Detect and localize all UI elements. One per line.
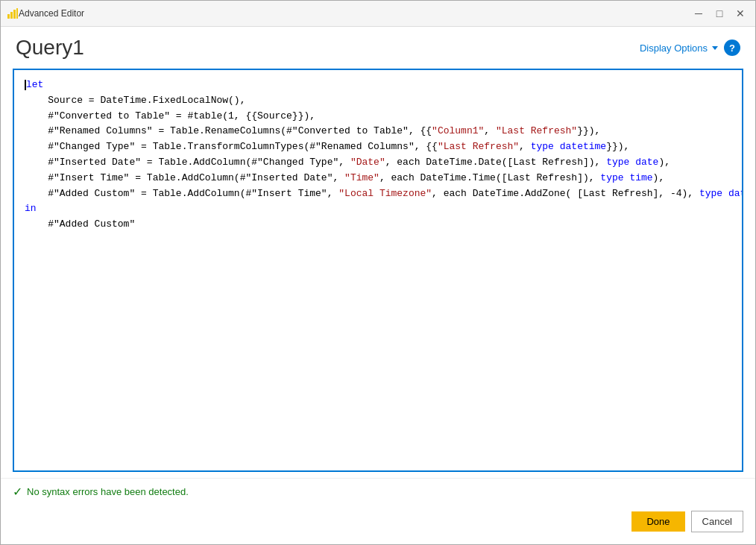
maximize-button[interactable]: □ <box>711 6 728 21</box>
advanced-editor-window: Advanced Editor ─ □ ✕ Query1 Display Opt… <box>0 0 756 545</box>
display-options-button[interactable]: Display Options <box>640 42 718 54</box>
status-icon: ✓ <box>13 485 22 499</box>
title-bar-text: Advanced Editor <box>19 8 690 19</box>
dialog-footer: Done Cancel <box>1 505 755 544</box>
svg-rect-2 <box>13 10 16 19</box>
close-button[interactable]: ✕ <box>731 6 749 21</box>
app-icon <box>7 7 19 19</box>
done-button[interactable]: Done <box>631 511 684 532</box>
status-message: No syntax errors have been detected. <box>27 486 189 497</box>
editor-container: let Source = DateTime.FixedLocalNow(), #… <box>13 69 743 472</box>
minimize-button[interactable]: ─ <box>690 6 708 21</box>
svg-rect-0 <box>7 14 10 19</box>
dialog-header: Query1 Display Options ? <box>1 27 755 66</box>
cancel-button[interactable]: Cancel <box>691 511 743 532</box>
code-editor[interactable]: let Source = DateTime.FixedLocalNow(), #… <box>14 70 742 470</box>
status-bar: ✓ No syntax errors have been detected. <box>1 478 755 505</box>
query-name-title: Query1 <box>16 36 84 60</box>
svg-rect-3 <box>16 8 18 19</box>
svg-rect-1 <box>10 12 13 19</box>
title-bar: Advanced Editor ─ □ ✕ <box>1 1 755 27</box>
header-right: Display Options ? <box>640 40 740 56</box>
chevron-down-icon <box>712 46 718 50</box>
title-bar-controls: ─ □ ✕ <box>690 6 749 21</box>
help-button[interactable]: ? <box>724 40 740 56</box>
